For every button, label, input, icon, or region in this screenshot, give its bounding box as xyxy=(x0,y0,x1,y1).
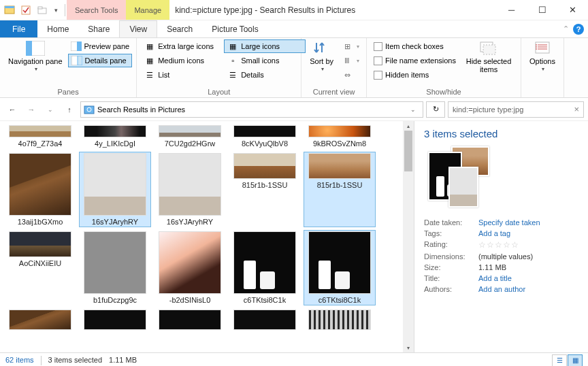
file-label: 815r1b-1SSU xyxy=(242,181,288,189)
file-item[interactable] xyxy=(4,308,76,331)
file-item[interactable]: 815r1b-1SSU xyxy=(304,152,376,227)
prop-title-val[interactable]: Add a title xyxy=(478,274,512,282)
file-item[interactable] xyxy=(79,308,151,331)
recent-locations-button[interactable]: ⌄ xyxy=(42,101,59,118)
layout-list[interactable]: ☰List xyxy=(141,68,223,82)
navigation-pane-label: Navigation pane xyxy=(8,57,63,65)
layout-small-icons[interactable]: ▫Small icons xyxy=(224,54,306,67)
search-box[interactable]: kind:=picture type:jpg × xyxy=(448,101,584,118)
contextual-tabs: Search Tools Manage xyxy=(67,0,169,20)
collapse-ribbon-icon[interactable]: ⌃ xyxy=(563,24,569,33)
scroll-thumb[interactable] xyxy=(404,131,412,171)
group-by-icon: ⊞ xyxy=(342,41,353,52)
size-columns-button[interactable]: ⇔ xyxy=(339,68,362,82)
file-name-extensions-toggle[interactable]: File name extensions xyxy=(371,54,459,67)
back-button[interactable]: ← xyxy=(4,101,20,118)
maximize-button[interactable]: ☐ xyxy=(527,0,557,20)
hide-selected-items-button[interactable]: Hide selected items xyxy=(461,39,517,75)
new-folder-icon[interactable] xyxy=(35,3,49,17)
thumbnail xyxy=(233,125,296,137)
refresh-button[interactable]: ↻ xyxy=(426,101,445,118)
window-controls: ─ ☐ ✕ xyxy=(496,0,588,20)
file-item[interactable]: -b2dSINisL0 xyxy=(154,230,226,305)
search-folder-icon xyxy=(84,104,95,115)
help-icon[interactable]: ? xyxy=(573,24,584,35)
file-item[interactable] xyxy=(229,308,301,331)
file-item[interactable]: 16sYJAryhRY xyxy=(79,152,151,227)
group-label-blank xyxy=(525,95,559,97)
tab-picture-tools[interactable]: Picture Tools xyxy=(202,20,267,37)
file-item[interactable]: 16sYJAryhRY xyxy=(154,152,226,227)
file-item[interactable]: 9kBROSvZNm8 xyxy=(304,124,376,149)
file-item[interactable]: 4o7f9_Z73a4 xyxy=(4,124,76,149)
details-view-button[interactable]: ☰ xyxy=(552,354,567,367)
file-item[interactable]: AoCiNXiiEIU xyxy=(4,230,76,305)
clear-search-icon[interactable]: × xyxy=(574,104,579,114)
hide-selected-label: Hide selected items xyxy=(465,57,512,73)
prop-rating-val[interactable]: ☆☆☆☆☆ xyxy=(478,240,519,250)
properties-icon[interactable] xyxy=(19,3,33,17)
prop-date-taken-val[interactable]: Specify date taken xyxy=(478,218,540,227)
file-label: b1fuDczpg9c xyxy=(93,296,137,304)
up-button[interactable]: ↑ xyxy=(61,101,78,118)
file-item[interactable]: 13aij1bGXmo xyxy=(4,152,76,227)
tab-share[interactable]: Share xyxy=(78,20,119,37)
tab-view[interactable]: View xyxy=(119,20,157,37)
prop-authors-val[interactable]: Add an author xyxy=(478,285,525,293)
thumbnail xyxy=(233,153,296,179)
file-label: 16sYJAryhRY xyxy=(167,218,213,226)
preview-pane-button[interactable]: Preview pane xyxy=(68,39,133,53)
file-item[interactable]: 4y_LIKIcDgI xyxy=(79,124,151,149)
file-item[interactable]: 7CU2gd2HGrw xyxy=(154,124,226,149)
thumbnails-view-button[interactable]: ▦ xyxy=(568,354,583,367)
navigation-pane-button[interactable]: Navigation pane ▾ xyxy=(4,39,67,74)
checkbox-icon xyxy=(374,56,382,65)
details-pane-button[interactable]: Details pane xyxy=(68,54,133,67)
window-title: kind:=picture type:jpg - Search Results … xyxy=(169,0,496,20)
add-columns-button[interactable]: Ⅲ▾ xyxy=(339,54,362,67)
minimize-button[interactable]: ─ xyxy=(496,0,527,20)
status-selected-size: 1.11 MB xyxy=(109,356,137,365)
file-item[interactable]: c6TKtsi8C1k xyxy=(304,230,376,305)
thumbnail xyxy=(84,310,146,330)
scroll-down-icon[interactable]: ▾ xyxy=(403,343,414,352)
file-grid[interactable]: 4o7f9_Z73a44y_LIKIcDgI7CU2gd2HGrw8cKVyuQ… xyxy=(0,121,403,352)
tab-home[interactable]: Home xyxy=(37,20,78,37)
options-button[interactable]: Options ▾ xyxy=(525,39,559,74)
layout-details[interactable]: ☰Details xyxy=(224,68,306,82)
scroll-up-icon[interactable]: ▴ xyxy=(403,121,414,131)
context-tab-manage[interactable]: Manage xyxy=(126,0,169,20)
thumbnail xyxy=(84,231,146,294)
layout-large-icons[interactable]: ▦Large icons xyxy=(224,39,306,53)
context-tab-search-tools[interactable]: Search Tools xyxy=(67,0,126,20)
item-check-boxes-toggle[interactable]: Item check boxes xyxy=(371,39,459,53)
prop-tags-val[interactable]: Add a tag xyxy=(478,229,510,237)
status-selected-count: 3 items selected xyxy=(48,356,102,365)
layout-medium-icons[interactable]: ▦Medium icons xyxy=(141,54,223,67)
prop-tags-key: Tags: xyxy=(424,229,478,237)
address-dropdown-icon[interactable]: ⌄ xyxy=(406,106,420,113)
file-item[interactable]: c6TKtsi8C1k xyxy=(229,230,301,305)
search-text: kind:=picture type:jpg xyxy=(453,105,574,114)
prop-authors-key: Authors: xyxy=(424,285,478,293)
file-item[interactable]: 8cKVyuQlbV8 xyxy=(229,124,301,149)
file-item[interactable]: b1fuDczpg9c xyxy=(79,230,151,305)
file-label: 13aij1bGXmo xyxy=(18,218,63,226)
qat-dropdown-icon[interactable]: ▾ xyxy=(52,7,61,14)
close-button[interactable]: ✕ xyxy=(557,0,588,20)
tab-search[interactable]: Search xyxy=(157,20,202,37)
app-icon xyxy=(3,3,16,17)
hidden-items-toggle[interactable]: Hidden items xyxy=(371,68,459,82)
file-item[interactable] xyxy=(154,308,226,331)
file-item[interactable] xyxy=(304,308,376,331)
address-bar[interactable]: Search Results in Pictures ⌄ xyxy=(80,101,423,118)
svg-rect-12 xyxy=(483,45,495,54)
group-by-button[interactable]: ⊞▾ xyxy=(339,39,362,53)
scrollbar[interactable]: ▴ ▾ xyxy=(403,121,414,352)
layout-extra-large-icons[interactable]: ▦Extra large icons xyxy=(141,39,223,53)
forward-button[interactable]: → xyxy=(23,101,39,118)
tab-file[interactable]: File xyxy=(0,20,37,37)
thumbnail xyxy=(308,231,371,294)
sort-by-button[interactable]: Sort by ▾ xyxy=(306,39,338,74)
file-item[interactable]: 815r1b-1SSU xyxy=(229,152,301,227)
